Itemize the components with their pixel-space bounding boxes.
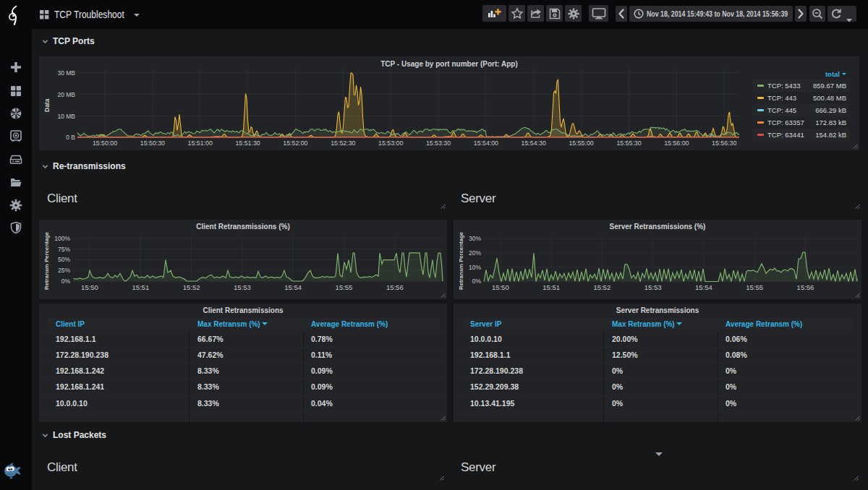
svg-text:15:55: 15:55 xyxy=(746,283,763,291)
svg-text:15:51:00: 15:51:00 xyxy=(188,139,213,147)
svg-text:15:54: 15:54 xyxy=(695,283,712,291)
svg-text:15:50: 15:50 xyxy=(81,283,98,291)
svg-text:15:51: 15:51 xyxy=(132,283,149,291)
svg-text:20%: 20% xyxy=(469,249,481,257)
svg-text:15:54:00: 15:54:00 xyxy=(474,139,498,147)
svg-text:50%: 50% xyxy=(58,256,70,263)
svg-text:15:52: 15:52 xyxy=(183,283,200,291)
svg-text:15:53:30: 15:53:30 xyxy=(426,139,451,147)
svg-text:15:55: 15:55 xyxy=(336,283,353,291)
svg-text:15:56: 15:56 xyxy=(797,283,814,291)
svg-text:15:51:30: 15:51:30 xyxy=(235,139,260,147)
svg-text:15:54: 15:54 xyxy=(284,283,302,291)
svg-text:15:53: 15:53 xyxy=(644,283,662,291)
svg-text:15:53:00: 15:53:00 xyxy=(378,139,403,147)
svg-text:100%: 100% xyxy=(54,235,70,242)
svg-text:30 MB: 30 MB xyxy=(57,69,75,77)
svg-text:15:52:30: 15:52:30 xyxy=(331,139,355,147)
svg-text:0%: 0% xyxy=(61,278,71,285)
svg-text:15:56:00: 15:56:00 xyxy=(664,139,689,147)
svg-text:15:54:30: 15:54:30 xyxy=(522,139,546,147)
svg-text:15:53: 15:53 xyxy=(234,283,251,291)
svg-text:15:50:00: 15:50:00 xyxy=(93,139,117,147)
svg-text:25%: 25% xyxy=(58,267,70,274)
svg-text:0%: 0% xyxy=(472,278,482,285)
svg-text:10%: 10% xyxy=(469,264,481,271)
svg-text:15:52: 15:52 xyxy=(593,283,610,291)
svg-text:15:51: 15:51 xyxy=(542,283,560,291)
svg-text:0 B: 0 B xyxy=(66,134,75,141)
svg-text:75%: 75% xyxy=(58,246,70,253)
svg-text:15:50: 15:50 xyxy=(492,283,509,291)
svg-text:10 MB: 10 MB xyxy=(57,113,75,120)
svg-text:15:55:30: 15:55:30 xyxy=(616,139,641,147)
svg-text:30%: 30% xyxy=(469,235,481,242)
svg-text:15:52:00: 15:52:00 xyxy=(283,139,307,147)
svg-text:15:50:30: 15:50:30 xyxy=(140,139,165,147)
svg-text:15:55:00: 15:55:00 xyxy=(569,139,593,147)
svg-text:20 MB: 20 MB xyxy=(57,91,75,98)
svg-text:15:56: 15:56 xyxy=(386,283,404,291)
svg-text:15:56:30: 15:56:30 xyxy=(712,139,736,147)
